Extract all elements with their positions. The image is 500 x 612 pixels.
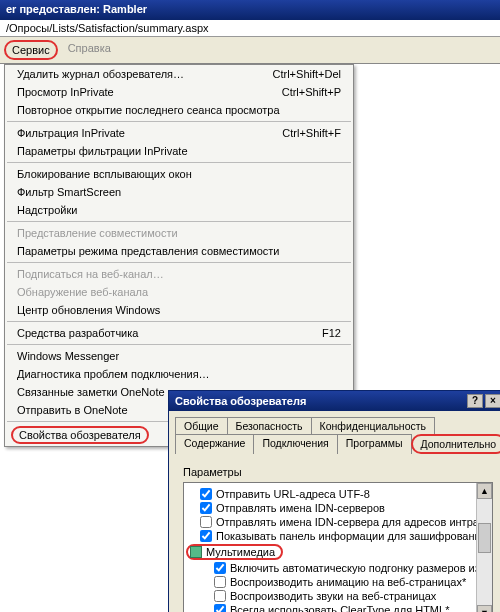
option-play-sounds[interactable]: Воспроизводить звуки на веб-страницах xyxy=(200,589,490,603)
internet-options-dialog: Свойства обозревателя ? × Общие Безопасн… xyxy=(168,390,500,612)
checkbox[interactable] xyxy=(214,562,226,574)
separator xyxy=(7,262,351,263)
menu-item-internet-options[interactable]: Свойства обозревателя xyxy=(11,426,149,444)
menu-service[interactable]: Сервис xyxy=(4,40,58,60)
option-idn-servers[interactable]: Отправлять имена IDN-серверов xyxy=(200,501,490,515)
separator xyxy=(7,321,351,322)
help-button[interactable]: ? xyxy=(467,394,483,408)
option-play-animation[interactable]: Воспроизводить анимацию на веб-страницах… xyxy=(200,575,490,589)
tab-programs[interactable]: Программы xyxy=(337,434,412,454)
menu-item-delete-history[interactable]: Удалить журнал обозревателя…Ctrl+Shift+D… xyxy=(5,65,353,83)
tab-general[interactable]: Общие xyxy=(175,417,228,434)
checkbox[interactable] xyxy=(200,502,212,514)
menu-help[interactable]: Справка xyxy=(62,40,117,60)
label: Центр обновления Windows xyxy=(17,304,160,316)
label: Связанные заметки OneNote xyxy=(17,386,165,398)
menu-item-subscribe-feed: Подписаться на веб-канал… xyxy=(5,265,353,283)
label: Отправить в OneNote xyxy=(17,404,128,416)
menu-bar: Сервис Справка xyxy=(0,37,500,64)
label: Отправлять имена IDN-сервера для адресов… xyxy=(216,516,493,528)
label: Windows Messenger xyxy=(17,350,119,362)
settings-group: Параметры Отправить URL-адреса UTF-8 Отп… xyxy=(177,460,499,612)
scroll-down-arrow[interactable]: ▼ xyxy=(477,605,492,612)
dialog-tabs: Общие Безопасность Конфиденциальность Со… xyxy=(169,411,500,454)
label: Показывать панель информации для зашифро… xyxy=(216,530,493,542)
menu-item-windows-update[interactable]: Центр обновления Windows xyxy=(5,301,353,319)
window-title: er предоставлен: Rambler xyxy=(0,0,500,20)
menu-item-inprivate-filter[interactable]: Фильтрация InPrivateCtrl+Shift+F xyxy=(5,124,353,142)
tab-security[interactable]: Безопасность xyxy=(227,417,312,434)
menu-item-messenger[interactable]: Windows Messenger xyxy=(5,347,353,365)
accelerator: Ctrl+Shift+F xyxy=(282,127,341,139)
checkbox[interactable] xyxy=(200,488,212,500)
label: Включить автоматическую подгонку размеро… xyxy=(230,562,493,574)
tab-connections[interactable]: Подключения xyxy=(253,434,337,454)
menu-item-compat-settings[interactable]: Параметры режима представления совместим… xyxy=(5,242,353,260)
option-info-panel[interactable]: Показывать панель информации для зашифро… xyxy=(200,529,490,543)
checkbox[interactable] xyxy=(200,530,212,542)
accelerator: F12 xyxy=(322,327,341,339)
menu-item-feed-discovery: Обнаружение веб-канала xyxy=(5,283,353,301)
label: Удалить журнал обозревателя… xyxy=(17,68,184,80)
menu-item-dev-tools[interactable]: Средства разработчикаF12 xyxy=(5,324,353,342)
label: Подписаться на веб-канал… xyxy=(17,268,164,280)
dialog-titlebar: Свойства обозревателя ? × xyxy=(169,391,500,411)
label: Диагностика проблем подключения… xyxy=(17,368,210,380)
label: Мультимедиа xyxy=(206,546,275,558)
close-button[interactable]: × xyxy=(485,394,500,408)
group-label: Параметры xyxy=(183,466,493,478)
accelerator: Ctrl+Shift+P xyxy=(282,86,341,98)
tab-advanced[interactable]: Дополнительно xyxy=(411,434,500,454)
label: Отправлять имена IDN-серверов xyxy=(216,502,385,514)
label: Просмотр InPrivate xyxy=(17,86,114,98)
label: Средства разработчика xyxy=(17,327,138,339)
label: Воспроизводить анимацию на веб-страницах… xyxy=(230,576,466,588)
label: Повторное открытие последнего сеанса про… xyxy=(17,104,280,116)
menu-item-inprivate[interactable]: Просмотр InPrivateCtrl+Shift+P xyxy=(5,83,353,101)
category-multimedia[interactable]: Мультимедиа xyxy=(200,543,490,561)
label: Параметры режима представления совместим… xyxy=(17,245,280,257)
label: Всегда использовать ClearType для HTML* xyxy=(230,604,449,612)
menu-item-smartscreen[interactable]: Фильтр SmartScreen xyxy=(5,183,353,201)
label: Отправить URL-адреса UTF-8 xyxy=(216,488,370,500)
label: Фильтр SmartScreen xyxy=(17,186,121,198)
label: Представление совместимости xyxy=(17,227,178,239)
label: Обнаружение веб-канала xyxy=(17,286,148,298)
tab-privacy[interactable]: Конфиденциальность xyxy=(311,417,436,434)
settings-listbox[interactable]: Отправить URL-адреса UTF-8 Отправлять им… xyxy=(183,482,493,612)
menu-item-inprivate-filter-settings[interactable]: Параметры фильтрации InPrivate xyxy=(5,142,353,160)
menu-item-popup-blocker[interactable]: Блокирование всплывающих окон xyxy=(5,165,353,183)
tab-content[interactable]: Содержание xyxy=(175,434,254,454)
menu-item-reopen-session[interactable]: Повторное открытие последнего сеанса про… xyxy=(5,101,353,119)
checkbox[interactable] xyxy=(200,516,212,528)
label: Фильтрация InPrivate xyxy=(17,127,125,139)
dialog-title: Свойства обозревателя xyxy=(175,395,306,407)
scrollbar[interactable]: ▲ ▼ xyxy=(476,483,492,612)
separator xyxy=(7,121,351,122)
option-auto-resize[interactable]: Включить автоматическую подгонку размеро… xyxy=(200,561,490,575)
option-idn-intranet[interactable]: Отправлять имена IDN-сервера для адресов… xyxy=(200,515,490,529)
option-utf8[interactable]: Отправить URL-адреса UTF-8 xyxy=(200,487,490,501)
label: Параметры фильтрации InPrivate xyxy=(17,145,188,157)
checkbox[interactable] xyxy=(214,590,226,602)
label: Воспроизводить звуки на веб-страницах xyxy=(230,590,436,602)
address-bar[interactable]: /Опросы/Lists/Satisfaction/summary.aspx xyxy=(0,20,500,37)
multimedia-icon xyxy=(190,546,202,558)
menu-item-connection-diag[interactable]: Диагностика проблем подключения… xyxy=(5,365,353,383)
label: Блокирование всплывающих окон xyxy=(17,168,192,180)
menu-item-addons[interactable]: Надстройки xyxy=(5,201,353,219)
accelerator: Ctrl+Shift+Del xyxy=(273,68,341,80)
separator xyxy=(7,162,351,163)
label: Надстройки xyxy=(17,204,77,216)
checkbox[interactable] xyxy=(214,604,226,612)
menu-item-compat-view: Представление совместимости xyxy=(5,224,353,242)
scroll-thumb[interactable] xyxy=(478,523,491,553)
checkbox[interactable] xyxy=(214,576,226,588)
separator xyxy=(7,344,351,345)
scroll-up-arrow[interactable]: ▲ xyxy=(477,483,492,499)
separator xyxy=(7,221,351,222)
option-cleartype[interactable]: Всегда использовать ClearType для HTML* xyxy=(200,603,490,612)
